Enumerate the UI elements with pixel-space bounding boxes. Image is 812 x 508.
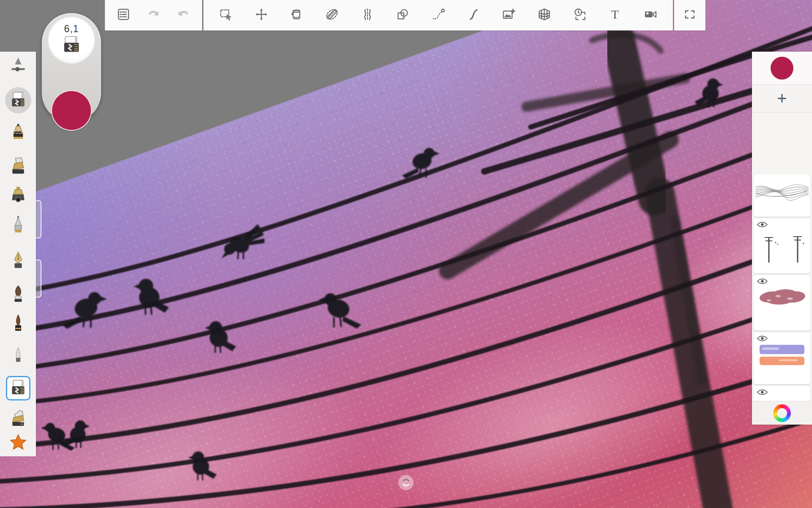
technical-pen-icon	[8, 215, 28, 237]
symmetry-button[interactable]	[356, 4, 379, 27]
toolbar-tools-group: T	[203, 0, 673, 30]
text-icon: T	[608, 7, 622, 23]
camera-button[interactable]	[639, 4, 662, 27]
tool-eraser[interactable]	[5, 87, 31, 113]
layer-wire-sketch-thumbnail	[754, 174, 810, 217]
top-toolbar: T	[105, 0, 705, 30]
layer-wire-sketch[interactable]	[754, 174, 810, 217]
time-lapse-button[interactable]	[568, 4, 591, 27]
eraser-icon	[8, 89, 28, 111]
color-wheel-section	[752, 401, 812, 425]
tool-angled-marker[interactable]	[6, 407, 30, 431]
layers-panel: +	[752, 52, 812, 425]
layer-visibility-eye-icon[interactable]	[757, 221, 768, 229]
add-layer-label: +	[777, 89, 787, 108]
stroke-button[interactable]	[462, 4, 485, 27]
shapes-button[interactable]	[391, 4, 414, 27]
selection-button[interactable]	[214, 4, 237, 27]
import-image-button[interactable]	[497, 4, 520, 27]
layer-blank-1[interactable]	[754, 386, 810, 401]
predictive-stroke-icon	[431, 7, 445, 23]
fullscreen-icon	[683, 7, 697, 23]
fullscreen-button[interactable]	[678, 4, 701, 27]
layer-visibility-eye-icon[interactable]	[757, 277, 768, 285]
utility-poles	[447, 35, 719, 508]
perspective-icon	[537, 7, 551, 23]
import-image-icon	[502, 7, 516, 23]
slider-drawer-handle-1[interactable]	[36, 200, 41, 238]
rotate-canvas-indicator[interactable]	[398, 475, 414, 490]
perspective-button[interactable]	[533, 4, 556, 27]
pencil-icon	[8, 121, 28, 144]
brush-puck[interactable]: 6,1	[48, 17, 95, 64]
ruler-icon	[325, 7, 339, 23]
tool-fountain-pen[interactable]	[6, 249, 30, 273]
layer-visibility-eye-icon[interactable]	[757, 388, 768, 396]
tool-chisel-marker[interactable]	[6, 155, 30, 179]
time-lapse-icon	[573, 7, 587, 23]
blending-stump-icon	[8, 346, 28, 368]
tool-technical-pen[interactable]	[6, 213, 30, 238]
layer-visibility-eye-icon[interactable]	[757, 334, 768, 342]
tool-airbrush[interactable]	[6, 184, 30, 208]
tool-blending-stump[interactable]	[6, 345, 30, 369]
menu-button[interactable]	[112, 4, 135, 27]
app-window: T 6,1 +	[0, 0, 812, 508]
color-puck[interactable]	[51, 90, 92, 131]
redo-button[interactable]	[172, 4, 195, 27]
layer-sky-bands[interactable]	[754, 332, 810, 384]
brush-color-puck: 6,1	[42, 13, 101, 122]
transform-button[interactable]	[250, 4, 273, 27]
tool-pointed-brush[interactable]	[6, 312, 30, 337]
tool-brush-settings[interactable]	[6, 53, 30, 78]
canvas-sketch-layer	[0, 0, 812, 508]
airbrush-icon	[8, 185, 28, 207]
ruler-button[interactable]	[321, 4, 343, 27]
shapes-icon	[395, 7, 410, 23]
tool-pencil[interactable]	[6, 120, 30, 145]
slider-drawer-handle-2[interactable]	[36, 260, 41, 298]
current-color-swatch[interactable]	[771, 57, 793, 80]
camera-icon	[643, 7, 658, 23]
favorites-star-icon	[8, 432, 28, 454]
undo-button[interactable]	[142, 4, 165, 27]
color-wheel-button[interactable]	[773, 404, 791, 422]
layer-pole-sketch[interactable]	[754, 218, 810, 273]
svg-text:T: T	[611, 7, 619, 21]
round-brush-icon	[8, 284, 28, 306]
selection-icon	[219, 7, 233, 23]
angled-marker-icon	[8, 408, 28, 430]
undo-icon	[146, 7, 161, 23]
toolbar-history-group	[105, 0, 202, 30]
toolbar-view-group	[674, 0, 705, 30]
flat-marker-icon	[8, 377, 28, 399]
symmetry-icon	[360, 7, 375, 23]
tool-round-brush[interactable]	[6, 283, 30, 307]
fountain-pen-icon	[8, 250, 28, 272]
layer-list	[752, 113, 812, 401]
tool-favorites-star[interactable]	[6, 431, 30, 456]
chisel-marker-icon	[8, 156, 28, 178]
redo-icon	[176, 7, 191, 23]
pointed-brush-icon	[8, 314, 28, 336]
transform-icon	[254, 7, 269, 23]
stroke-icon	[466, 7, 481, 23]
fill-button[interactable]	[285, 4, 308, 27]
fill-bucket-icon	[289, 7, 304, 23]
predictive-stroke-button[interactable]	[427, 4, 450, 27]
rotate-icon	[401, 478, 411, 488]
brush-settings-icon	[8, 55, 28, 77]
current-color-section	[752, 52, 812, 85]
menu-icon	[116, 7, 131, 23]
text-button[interactable]: T	[604, 4, 626, 27]
add-layer-button[interactable]: +	[752, 85, 812, 113]
eraser-tool-icon	[62, 36, 81, 54]
brush-toolbar	[0, 52, 36, 456]
tool-flat-marker[interactable]	[6, 376, 30, 400]
layer-red-wash[interactable]	[754, 275, 810, 331]
brush-size-opacity-label: 6,1	[64, 23, 79, 35]
